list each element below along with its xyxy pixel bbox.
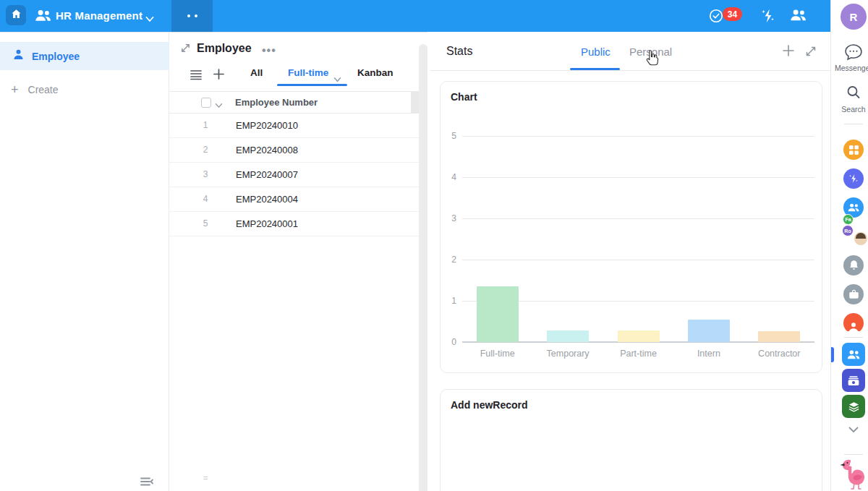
workspace-people-icon xyxy=(34,9,52,25)
table-row[interactable]: 4 EMP20240004 xyxy=(169,187,427,212)
person-avatar-icon xyxy=(843,313,864,331)
table-row[interactable]: 1 EMP20240010 xyxy=(169,114,427,138)
search-icon[interactable] xyxy=(846,85,861,103)
clipped-app-icon[interactable] xyxy=(843,313,864,331)
chart-gridline xyxy=(462,218,814,219)
employee-number-cell[interactable]: EMP20240004 xyxy=(236,194,298,205)
row-number: 5 xyxy=(197,218,214,229)
notifications-bell-icon[interactable] xyxy=(843,255,864,276)
employee-number-cell[interactable]: EMP20240001 xyxy=(236,218,298,229)
sidebar-item-employee[interactable]: Employee xyxy=(0,42,169,70)
rail-chevron-down-icon[interactable] xyxy=(848,423,859,436)
contacts-people-icon[interactable] xyxy=(789,8,807,25)
tasks-check-icon[interactable] xyxy=(708,8,724,27)
add-record-card: Add newRecord xyxy=(440,389,822,491)
tab-public[interactable]: Public xyxy=(581,46,610,58)
top-bar: HR Management 34 xyxy=(0,0,830,32)
user-avatar[interactable]: R xyxy=(841,4,867,30)
chart-bar[interactable] xyxy=(477,286,519,342)
mini-avatar xyxy=(854,231,868,246)
divider xyxy=(844,337,863,338)
row-number: 3 xyxy=(197,169,214,179)
employee-number-cell[interactable]: EMP20240010 xyxy=(236,120,298,131)
table-more-icon[interactable]: ••• xyxy=(262,44,276,57)
add-view-icon[interactable] xyxy=(213,68,225,83)
resize-handle-icon[interactable]: = xyxy=(203,474,208,482)
stats-header: Stats Public Personal xyxy=(430,32,830,71)
x-axis-category-label: Intern xyxy=(673,349,744,359)
y-axis-tick-label: 4 xyxy=(441,172,456,182)
chart-gridline xyxy=(462,260,814,260)
chart-bar[interactable] xyxy=(758,331,800,342)
badge-ro: Ro xyxy=(842,225,854,236)
column-header-employee-number[interactable]: Employee Number xyxy=(235,97,318,108)
stats-panel: Stats Public Personal Chart 012345Full-t… xyxy=(430,32,830,491)
app-window: HR Management 34 Employee + Create xyxy=(0,0,868,491)
active-stats-tab-underline xyxy=(570,68,620,70)
chart-card: Chart 012345Full-timeTemporaryPart-timeI… xyxy=(440,81,822,373)
notification-count-badge[interactable]: 34 xyxy=(723,7,742,21)
chart-bar[interactable] xyxy=(547,330,589,342)
payroll-banknote-icon[interactable] xyxy=(842,369,865,392)
row-number: 4 xyxy=(197,194,214,204)
active-app-indicator xyxy=(831,347,834,362)
row-number: 2 xyxy=(197,145,214,155)
add-dashboard-block-icon[interactable] xyxy=(782,44,795,60)
collapse-sidebar-icon[interactable] xyxy=(140,476,154,490)
divider xyxy=(844,454,863,455)
y-axis-tick-label: 2 xyxy=(441,255,456,265)
chart-gridline xyxy=(462,136,814,137)
x-axis-category-label: Part-time xyxy=(603,349,673,359)
divider xyxy=(844,124,863,124)
home-icon xyxy=(10,8,22,23)
chart-bar[interactable] xyxy=(618,330,660,342)
workplace-grid-icon[interactable] xyxy=(843,140,864,160)
select-all-checkbox[interactable] xyxy=(201,98,211,108)
row-number: 1 xyxy=(197,120,214,130)
sidebar-item-label: Employee xyxy=(32,51,80,62)
table-row[interactable]: 3 EMP20240007 xyxy=(169,163,427,187)
messenger-icon[interactable] xyxy=(844,43,864,64)
add-record-card-title: Add newRecord xyxy=(451,399,528,411)
person-icon xyxy=(12,48,25,64)
magic-sparkle-icon[interactable] xyxy=(760,8,776,27)
table-row[interactable]: 5 EMP20240001 xyxy=(169,212,427,236)
active-tab-underline xyxy=(277,84,347,86)
create-label: Create xyxy=(28,84,59,95)
hr-base-app-icon[interactable] xyxy=(842,343,865,366)
dot-icon xyxy=(187,14,190,17)
create-button[interactable]: + Create xyxy=(0,77,169,102)
dot-icon xyxy=(195,14,197,17)
tab-full-time[interactable]: Full-time xyxy=(288,67,328,78)
badge-fa: Fa xyxy=(843,214,854,225)
ai-sparkle-icon[interactable] xyxy=(843,168,864,189)
workspace-chevron-down-icon[interactable] xyxy=(145,12,154,25)
briefcase-icon[interactable] xyxy=(843,284,864,304)
avatar-hair xyxy=(856,233,866,239)
home-button[interactable] xyxy=(6,5,26,25)
employee-number-cell[interactable]: EMP20240007 xyxy=(236,169,298,180)
messenger-label[interactable]: Messenger xyxy=(835,64,868,72)
library-box-icon[interactable] xyxy=(842,395,865,418)
y-axis-tick-label: 1 xyxy=(441,296,456,306)
chart-card-title: Chart xyxy=(451,91,477,103)
x-axis-category-label: Temporary xyxy=(532,349,603,359)
tab-personal[interactable]: Personal xyxy=(629,46,672,58)
chart-bar[interactable] xyxy=(688,320,730,342)
vertical-scrollbar[interactable] xyxy=(419,44,427,491)
more-tabs-button[interactable] xyxy=(171,0,213,32)
fullscreen-icon[interactable] xyxy=(805,46,817,60)
chart-gridline xyxy=(462,177,814,178)
table-row[interactable]: 2 EMP20240008 xyxy=(169,138,427,163)
expand-table-icon[interactable] xyxy=(180,43,191,56)
workspace-title[interactable]: HR Management xyxy=(56,9,142,22)
header-chevron-down-icon[interactable] xyxy=(215,98,223,111)
search-label[interactable]: Search xyxy=(841,105,865,114)
flamingo-image[interactable] xyxy=(839,457,868,491)
employee-number-cell[interactable]: EMP20240008 xyxy=(236,145,298,155)
tab-all[interactable]: All xyxy=(250,67,263,78)
stats-title: Stats xyxy=(446,45,472,58)
table-title: Employee xyxy=(197,42,252,55)
tab-kanban[interactable]: Kanban xyxy=(357,67,393,78)
view-list-icon[interactable] xyxy=(190,69,203,83)
